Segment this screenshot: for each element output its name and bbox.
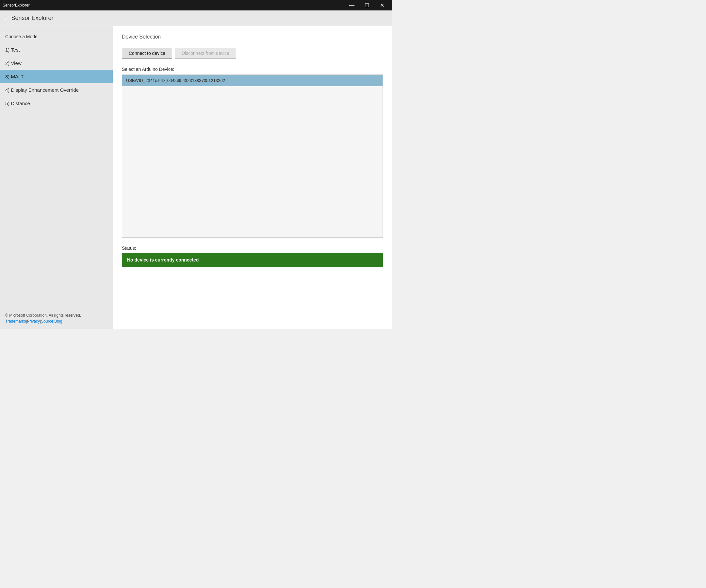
blog-link[interactable]: Blog (54, 319, 62, 324)
connect-button[interactable]: Connect to device (122, 48, 172, 59)
device-select-label: Select an Arduino Device: (122, 67, 383, 72)
trademarks-link[interactable]: Trademarks (5, 319, 26, 324)
privacy-link[interactable]: Privacy (27, 319, 40, 324)
title-bar: SensorExplorer — ☐ ✕ (0, 0, 392, 10)
status-label: Status: (122, 246, 383, 251)
status-section: Status: No device is currently connected (122, 246, 383, 267)
status-bar: No device is currently connected (122, 253, 383, 267)
sidebar-item-malt[interactable]: 3) MALT (0, 70, 113, 83)
minimize-button[interactable]: — (344, 0, 359, 10)
device-list-item[interactable]: USB\VID_2341&PID_0042\954323138373512132… (122, 75, 383, 86)
sidebar-item-display[interactable]: 4) Display Enhancement Override (0, 83, 113, 97)
status-text: No device is currently connected (127, 257, 199, 262)
sidebar-item-view[interactable]: 2) View (0, 56, 113, 70)
disconnect-button[interactable]: Disconnect from device (175, 48, 236, 59)
window-title: SensorExplorer (3, 3, 30, 7)
sidebar-item-distance[interactable]: 5) Distance (0, 97, 113, 110)
footer-links: Trademarks|Privacy|Source|Blog (5, 319, 108, 324)
main-layout: Choose a Mode 1) Test 2) View 3) MALT 4)… (0, 26, 392, 329)
sidebar-heading: Choose a Mode (0, 31, 113, 43)
source-link[interactable]: Source (41, 319, 53, 324)
copyright-text: © Microsoft Corporation. All rights rese… (5, 313, 108, 318)
sidebar: Choose a Mode 1) Test 2) View 3) MALT 4)… (0, 26, 113, 329)
close-button[interactable]: ✕ (375, 0, 389, 10)
sidebar-item-test[interactable]: 1) Test (0, 43, 113, 56)
section-title: Device Selection (122, 34, 383, 40)
button-row: Connect to device Disconnect from device (122, 48, 383, 59)
app-header: ≡ Sensor Explorer (0, 10, 392, 26)
hamburger-icon[interactable]: ≡ (4, 15, 7, 22)
content-area: Device Selection Connect to device Disco… (113, 26, 392, 329)
app-title: Sensor Explorer (11, 15, 53, 22)
restore-button[interactable]: ☐ (359, 0, 375, 10)
sidebar-footer: © Microsoft Corporation. All rights rese… (0, 308, 113, 329)
device-list[interactable]: USB\VID_2341&PID_0042\954323138373512132… (122, 75, 383, 238)
window-controls: — ☐ ✕ (344, 0, 389, 10)
